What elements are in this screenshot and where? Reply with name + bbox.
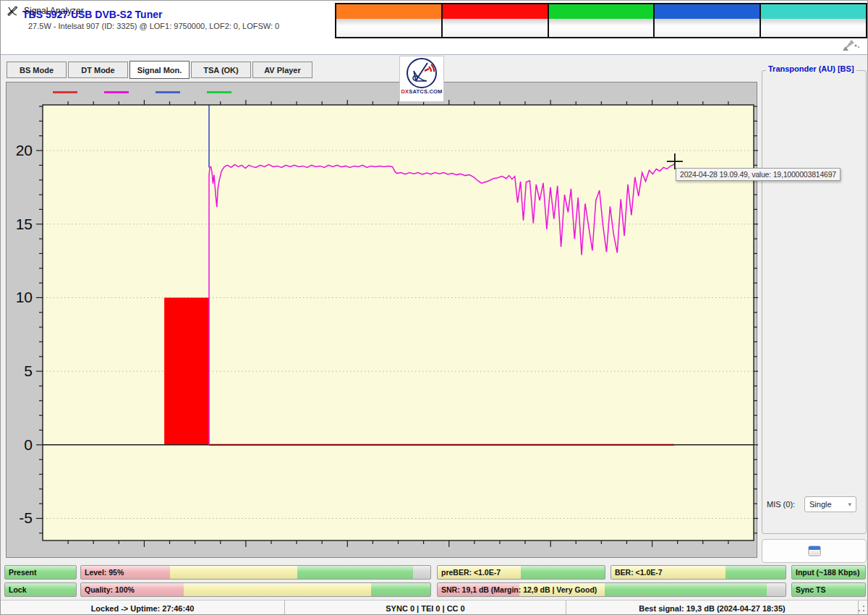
transponder-fields	[762, 77, 866, 490]
chart-legend	[53, 85, 238, 99]
field-row	[762, 77, 866, 101]
signal-chart[interactable]: 20151050-5	[7, 100, 758, 559]
indicator-preber: preBER: <1.0E-7	[437, 565, 605, 580]
indicator-label: BER: <1.0E-7	[615, 568, 663, 577]
field-row	[762, 344, 866, 369]
field-row	[762, 198, 866, 223]
capture-button[interactable]	[762, 539, 867, 563]
legend-item	[104, 91, 135, 93]
indicator-level: Level: 95%	[80, 565, 431, 580]
chart-panel: 20151050-5	[6, 82, 757, 558]
indicator-label: Sync TS	[796, 585, 825, 594]
indicator-label: Input (~188 Kbps)	[796, 568, 859, 577]
svg-text:20: 20	[16, 142, 33, 158]
clock-time-row	[655, 19, 760, 37]
clock-column	[336, 4, 441, 37]
dxsatcs-logo-icon	[405, 56, 438, 90]
field-row	[762, 441, 866, 466]
transponder-panel-title: Transponder (AU) [BS]	[766, 64, 856, 73]
mis-label: MIS (0):	[767, 500, 804, 509]
field-row	[762, 393, 866, 417]
tab-tsa-ok[interactable]: TSA (OK)	[191, 62, 251, 78]
world-clock-table	[335, 3, 867, 38]
mis-select[interactable]: Single ▾	[804, 496, 856, 512]
field-row	[762, 295, 866, 320]
legend-swatch	[207, 91, 231, 93]
status-lock-uptime: Locked -> Uptime: 27:46:40	[1, 601, 285, 615]
indicator-snr: SNR: 19,1 dB (Margin: 12,9 dB | Very Goo…	[437, 582, 786, 597]
legend-item	[207, 91, 238, 93]
indicator-label: SNR: 19,1 dB (Margin: 12,9 dB | Very Goo…	[441, 585, 597, 594]
field-row	[762, 320, 866, 344]
chevron-down-icon: ▾	[848, 501, 851, 508]
svg-text:5: 5	[24, 362, 33, 379]
svg-text:10: 10	[16, 289, 33, 305]
indicator-present: Present	[4, 565, 77, 580]
clock-column	[761, 4, 866, 37]
mis-row: MIS (0): Single ▾	[767, 496, 863, 512]
indicator-ber: BER: <1.0E-7	[610, 565, 786, 580]
legend-swatch	[156, 91, 180, 93]
console-window-icon	[808, 546, 821, 556]
chart-tooltip: 2024-04-28 19.09.49, value: 19,100000381…	[676, 168, 841, 181]
field-row	[762, 417, 866, 441]
legend-item	[53, 91, 84, 93]
indicator-quality: Quality: 100%	[80, 582, 431, 597]
indicator-sync: Sync TS	[791, 582, 866, 597]
field-row	[762, 101, 866, 126]
status-bar: Locked -> Uptime: 27:46:40 SYNC 0 | TEI …	[1, 600, 867, 615]
tab-av-player[interactable]: AV Player	[252, 62, 312, 78]
field-row	[762, 247, 866, 271]
field-row	[762, 466, 866, 491]
tab-signal-mon[interactable]: Signal Mon.	[129, 61, 190, 79]
satellite-info: 27.5W - Intelsat 907 (ID: 3325) @ LOF1: …	[28, 22, 279, 30]
tab-bs-mode[interactable]: BS Mode	[7, 62, 67, 78]
svg-text:15: 15	[16, 216, 33, 232]
field-row	[762, 223, 866, 247]
field-row	[762, 271, 866, 296]
clock-time-row	[549, 19, 654, 37]
clock-city	[443, 4, 548, 19]
signal-analyzer-window: Signal Analyzer TBS 5927 USB DVB-S2 Tune…	[0, 0, 868, 615]
field-row	[762, 125, 866, 150]
clock-time-row	[443, 19, 548, 37]
mis-selected-value: Single	[809, 500, 832, 509]
indicator-label: Present	[9, 568, 37, 577]
status-sync-counters: SYNC 0 | TEI 0 | CC 0	[285, 601, 566, 615]
clock-city	[336, 4, 441, 19]
legend-item	[156, 91, 187, 93]
svg-text:0: 0	[24, 436, 33, 453]
dxsatcs-logo: DXSATCS.COM	[399, 56, 444, 102]
indicator-input: Input (~188 Kbps)	[791, 565, 866, 580]
indicator-label: preBER: <1.0E-7	[441, 568, 501, 577]
clock-column	[443, 4, 548, 37]
clock-city	[549, 4, 654, 19]
clock-time-row	[761, 19, 866, 37]
resize-grip[interactable]	[857, 604, 866, 613]
legend-swatch	[53, 91, 77, 93]
dxsatcs-logo-text: DXSATCS.COM	[401, 88, 442, 95]
clock-city	[761, 4, 866, 19]
indicator-lock: Lock	[4, 582, 77, 597]
status-best-signal: Best signal: 19,3 dB (2024-04-27 18:35)	[566, 601, 859, 615]
satellite-dish-icon	[7, 5, 19, 17]
satellite-glyph-icon	[840, 37, 864, 53]
device-title: TBS 5927 USB DVB-S2 Tuner	[22, 9, 162, 20]
indicator-label: Level: 95%	[85, 568, 124, 577]
transponder-panel: Transponder (AU) [BS]	[762, 70, 867, 534]
field-row	[762, 368, 866, 393]
clock-city	[655, 4, 760, 19]
indicator-label: Lock	[9, 585, 27, 594]
clock-time-row	[336, 19, 441, 37]
indicator-label: Quality: 100%	[85, 585, 135, 594]
tab-dt-mode[interactable]: DT Mode	[68, 62, 128, 78]
clock-column	[655, 4, 760, 37]
mode-tabs: BS ModeDT ModeSignal Mon.TSA (OK)AV Play…	[7, 62, 312, 79]
clock-column	[549, 4, 654, 37]
svg-text:-5: -5	[19, 509, 33, 526]
legend-swatch	[104, 91, 129, 93]
